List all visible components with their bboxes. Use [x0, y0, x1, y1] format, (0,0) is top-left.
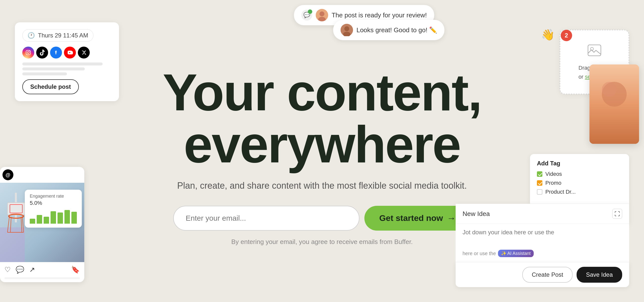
idea-action-row: Create Post Save Idea [456, 262, 629, 287]
svg-point-7 [27, 52, 29, 54]
bar-5 [58, 212, 63, 224]
cta-label: Get started now [379, 213, 443, 223]
tag-checkbox-product[interactable] [537, 189, 542, 195]
create-post-button[interactable]: Create Post [522, 267, 572, 283]
content-lines [22, 62, 112, 76]
tag-label-product: Product Dr... [545, 189, 576, 195]
svg-rect-20 [588, 45, 601, 56]
ai-assistant-badge[interactable]: ✨ AI Assistant [498, 250, 534, 257]
bar-4 [50, 211, 56, 224]
ig-actions: ♡ 💬 ↗ 🔖 [0, 262, 84, 277]
new-idea-panel: New Idea [456, 204, 629, 224]
tag-checkbox-promo[interactable] [537, 180, 542, 186]
new-idea-expand-icon[interactable] [612, 209, 622, 219]
social-avatars [22, 46, 112, 58]
idea-textarea[interactable] [462, 229, 622, 249]
engagement-rate: 5.0% [30, 200, 77, 206]
ig-share-icon[interactable]: ↗ [29, 266, 35, 274]
image-preview [590, 64, 639, 144]
ig-comment-icon[interactable]: 💬 [16, 266, 24, 274]
svg-point-24 [602, 82, 617, 97]
hero-subtitle: Plan, create, and share content with the… [177, 180, 467, 191]
tag-label-promo: Promo [545, 180, 562, 186]
engagement-title: Engagement rate [30, 194, 77, 199]
bar-2 [37, 215, 42, 224]
ig-save-icon[interactable]: 🔖 [71, 266, 80, 274]
facebook-icon [50, 46, 62, 58]
email-input[interactable] [173, 206, 360, 230]
tag-item-videos: Videos [537, 171, 622, 177]
hero-title: Your content, everywhere [162, 66, 482, 170]
x-icon [78, 46, 90, 58]
notification-badge: 2 [561, 30, 572, 41]
svg-point-8 [30, 51, 30, 52]
ig-like-icon[interactable]: ♡ [4, 266, 11, 274]
schedule-date: Thurs 29 11:45 AM [38, 32, 88, 39]
image-preview-inner [590, 64, 639, 144]
threads-badge: @ [2, 169, 14, 180]
idea-textarea-card: here or use the ✨ AI Assistant [456, 224, 629, 262]
tag-label-videos: Videos [545, 171, 562, 177]
chart-bars [30, 209, 77, 224]
arrow-icon: → [447, 213, 456, 224]
tag-item-product: Product Dr... [537, 189, 622, 195]
schedule-post-button[interactable]: Schedule post [22, 79, 79, 94]
svg-point-21 [590, 47, 594, 50]
ai-assistant-row: here or use the ✨ AI Assistant [462, 250, 622, 257]
email-row: Get started now → [173, 206, 471, 230]
bar-1 [30, 219, 35, 224]
bar-7 [72, 212, 77, 224]
instagram-icon [22, 46, 34, 58]
save-idea-button[interactable]: Save Idea [576, 267, 622, 283]
ai-assistant-text: here or use the [462, 251, 496, 256]
tag-checkbox-videos[interactable] [537, 171, 542, 177]
youtube-icon [64, 46, 76, 58]
tiktok-icon [36, 46, 48, 58]
tag-item-promo: Promo [537, 180, 622, 186]
disclaimer-text: By entering your email, you agree to rec… [231, 238, 413, 246]
wave-icon: 👋 [541, 28, 555, 41]
add-tag-title: Add Tag [537, 160, 622, 167]
bar-3 [44, 217, 49, 224]
cta-button[interactable]: Get started now → [364, 206, 471, 230]
add-tag-card: Add Tag Videos Promo Product Dr... [530, 154, 629, 204]
bar-6 [64, 210, 70, 224]
new-idea-label: New Idea [462, 210, 490, 218]
schedule-widget: 🕐 Thurs 29 11:45 AM Schedule post [15, 22, 119, 101]
right-panel: Add Tag Videos Promo Product Dr... New I… [530, 154, 629, 287]
image-icon [587, 43, 602, 60]
schedule-date-row: 🕐 Thurs 29 11:45 AM [22, 29, 94, 42]
engagement-card: Engagement rate 5.0% [25, 190, 82, 228]
clock-icon: 🕐 [28, 32, 35, 39]
